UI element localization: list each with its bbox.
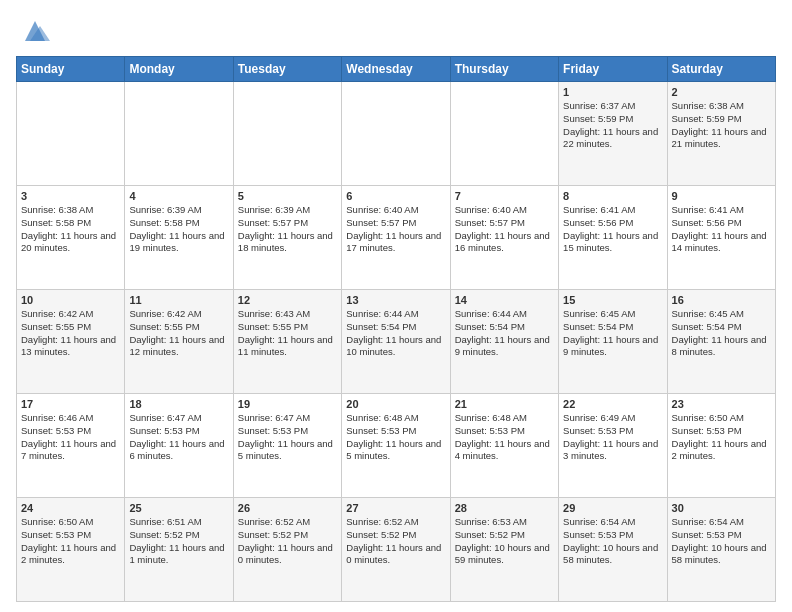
day-info: Sunset: 5:52 PM <box>129 529 228 542</box>
day-info: Sunset: 5:55 PM <box>21 321 120 334</box>
day-number: 14 <box>455 294 554 306</box>
week-row-1: 3Sunrise: 6:38 AMSunset: 5:58 PMDaylight… <box>17 186 776 290</box>
day-number: 15 <box>563 294 662 306</box>
header <box>16 16 776 46</box>
day-info: Daylight: 11 hours and 1 minute. <box>129 542 228 568</box>
day-info: Daylight: 11 hours and 3 minutes. <box>563 438 662 464</box>
day-info: Daylight: 11 hours and 5 minutes. <box>238 438 337 464</box>
logo <box>16 16 50 46</box>
day-cell: 26Sunrise: 6:52 AMSunset: 5:52 PMDayligh… <box>233 498 341 602</box>
day-cell: 22Sunrise: 6:49 AMSunset: 5:53 PMDayligh… <box>559 394 667 498</box>
day-info: Sunrise: 6:49 AM <box>563 412 662 425</box>
day-cell: 21Sunrise: 6:48 AMSunset: 5:53 PMDayligh… <box>450 394 558 498</box>
day-number: 26 <box>238 502 337 514</box>
day-number: 17 <box>21 398 120 410</box>
day-info: Sunrise: 6:48 AM <box>455 412 554 425</box>
day-number: 28 <box>455 502 554 514</box>
day-cell: 17Sunrise: 6:46 AMSunset: 5:53 PMDayligh… <box>17 394 125 498</box>
day-number: 3 <box>21 190 120 202</box>
day-info: Daylight: 11 hours and 5 minutes. <box>346 438 445 464</box>
day-cell: 12Sunrise: 6:43 AMSunset: 5:55 PMDayligh… <box>233 290 341 394</box>
day-cell: 28Sunrise: 6:53 AMSunset: 5:52 PMDayligh… <box>450 498 558 602</box>
day-info: Sunrise: 6:38 AM <box>21 204 120 217</box>
day-info: Sunrise: 6:40 AM <box>455 204 554 217</box>
day-info: Sunset: 5:53 PM <box>563 425 662 438</box>
day-cell: 8Sunrise: 6:41 AMSunset: 5:56 PMDaylight… <box>559 186 667 290</box>
week-row-4: 24Sunrise: 6:50 AMSunset: 5:53 PMDayligh… <box>17 498 776 602</box>
day-info: Daylight: 11 hours and 17 minutes. <box>346 230 445 256</box>
day-info: Sunrise: 6:52 AM <box>346 516 445 529</box>
day-number: 24 <box>21 502 120 514</box>
logo-icon <box>20 16 50 46</box>
day-info: Sunset: 5:55 PM <box>129 321 228 334</box>
day-number: 20 <box>346 398 445 410</box>
day-cell: 4Sunrise: 6:39 AMSunset: 5:58 PMDaylight… <box>125 186 233 290</box>
day-cell <box>450 82 558 186</box>
day-info: Daylight: 10 hours and 58 minutes. <box>672 542 771 568</box>
day-info: Daylight: 11 hours and 9 minutes. <box>563 334 662 360</box>
day-info: Sunrise: 6:50 AM <box>21 516 120 529</box>
day-number: 18 <box>129 398 228 410</box>
day-info: Sunset: 5:56 PM <box>563 217 662 230</box>
day-number: 6 <box>346 190 445 202</box>
col-header-friday: Friday <box>559 57 667 82</box>
day-cell: 2Sunrise: 6:38 AMSunset: 5:59 PMDaylight… <box>667 82 775 186</box>
day-number: 1 <box>563 86 662 98</box>
day-info: Daylight: 11 hours and 0 minutes. <box>238 542 337 568</box>
day-info: Daylight: 11 hours and 19 minutes. <box>129 230 228 256</box>
day-info: Daylight: 11 hours and 2 minutes. <box>21 542 120 568</box>
day-info: Sunset: 5:54 PM <box>672 321 771 334</box>
day-info: Daylight: 11 hours and 8 minutes. <box>672 334 771 360</box>
day-info: Daylight: 10 hours and 59 minutes. <box>455 542 554 568</box>
day-cell <box>125 82 233 186</box>
day-info: Sunset: 5:55 PM <box>238 321 337 334</box>
day-info: Sunset: 5:52 PM <box>238 529 337 542</box>
day-cell <box>17 82 125 186</box>
day-info: Daylight: 11 hours and 0 minutes. <box>346 542 445 568</box>
day-number: 22 <box>563 398 662 410</box>
day-number: 4 <box>129 190 228 202</box>
day-info: Daylight: 11 hours and 7 minutes. <box>21 438 120 464</box>
day-info: Sunrise: 6:44 AM <box>346 308 445 321</box>
header-row: SundayMondayTuesdayWednesdayThursdayFrid… <box>17 57 776 82</box>
day-info: Sunrise: 6:52 AM <box>238 516 337 529</box>
day-cell: 16Sunrise: 6:45 AMSunset: 5:54 PMDayligh… <box>667 290 775 394</box>
day-info: Daylight: 11 hours and 16 minutes. <box>455 230 554 256</box>
col-header-thursday: Thursday <box>450 57 558 82</box>
day-cell: 13Sunrise: 6:44 AMSunset: 5:54 PMDayligh… <box>342 290 450 394</box>
day-number: 23 <box>672 398 771 410</box>
week-row-3: 17Sunrise: 6:46 AMSunset: 5:53 PMDayligh… <box>17 394 776 498</box>
day-cell: 30Sunrise: 6:54 AMSunset: 5:53 PMDayligh… <box>667 498 775 602</box>
day-info: Sunset: 5:53 PM <box>455 425 554 438</box>
day-info: Daylight: 11 hours and 12 minutes. <box>129 334 228 360</box>
calendar-table: SundayMondayTuesdayWednesdayThursdayFrid… <box>16 56 776 602</box>
col-header-saturday: Saturday <box>667 57 775 82</box>
day-info: Sunset: 5:53 PM <box>346 425 445 438</box>
day-cell: 27Sunrise: 6:52 AMSunset: 5:52 PMDayligh… <box>342 498 450 602</box>
day-cell <box>342 82 450 186</box>
day-info: Sunset: 5:59 PM <box>563 113 662 126</box>
day-info: Daylight: 11 hours and 22 minutes. <box>563 126 662 152</box>
day-info: Sunset: 5:53 PM <box>238 425 337 438</box>
day-info: Sunset: 5:54 PM <box>563 321 662 334</box>
day-info: Sunrise: 6:47 AM <box>129 412 228 425</box>
day-info: Sunset: 5:53 PM <box>672 425 771 438</box>
day-info: Sunrise: 6:48 AM <box>346 412 445 425</box>
day-info: Sunrise: 6:54 AM <box>563 516 662 529</box>
day-cell: 20Sunrise: 6:48 AMSunset: 5:53 PMDayligh… <box>342 394 450 498</box>
week-row-0: 1Sunrise: 6:37 AMSunset: 5:59 PMDaylight… <box>17 82 776 186</box>
day-number: 25 <box>129 502 228 514</box>
day-info: Sunset: 5:53 PM <box>672 529 771 542</box>
day-info: Sunrise: 6:38 AM <box>672 100 771 113</box>
day-info: Sunrise: 6:47 AM <box>238 412 337 425</box>
day-number: 12 <box>238 294 337 306</box>
day-info: Daylight: 11 hours and 11 minutes. <box>238 334 337 360</box>
day-cell: 18Sunrise: 6:47 AMSunset: 5:53 PMDayligh… <box>125 394 233 498</box>
day-cell: 10Sunrise: 6:42 AMSunset: 5:55 PMDayligh… <box>17 290 125 394</box>
day-info: Daylight: 11 hours and 14 minutes. <box>672 230 771 256</box>
col-header-wednesday: Wednesday <box>342 57 450 82</box>
col-header-monday: Monday <box>125 57 233 82</box>
day-info: Sunrise: 6:39 AM <box>238 204 337 217</box>
day-number: 7 <box>455 190 554 202</box>
day-cell: 25Sunrise: 6:51 AMSunset: 5:52 PMDayligh… <box>125 498 233 602</box>
